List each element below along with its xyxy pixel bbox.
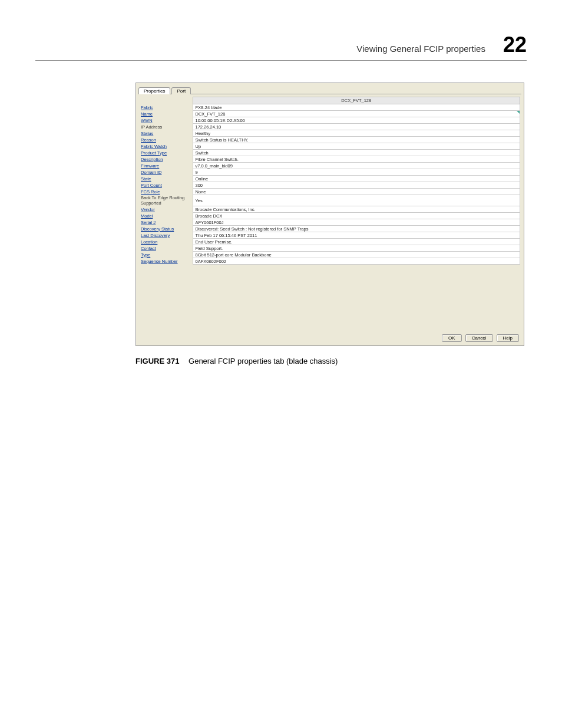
value-column-header[interactable]: DCX_FVT_128 [193, 97, 520, 104]
property-value: Yes [193, 195, 520, 206]
cancel-button[interactable]: Cancel [465, 334, 493, 342]
property-label[interactable]: Vendor [140, 206, 193, 213]
tab-bar: Properties Port [138, 87, 521, 94]
property-label[interactable]: Contact [140, 245, 193, 252]
property-row: Discovery StatusDiscovered: Seed Switch … [140, 226, 520, 232]
property-row: Domain ID9 [140, 169, 520, 176]
property-value: End User Premise. [193, 239, 520, 245]
header-title: Viewing General FCIP properties [356, 44, 485, 54]
figure-label: FIGURE 371 [135, 357, 179, 365]
property-label[interactable]: WWN [140, 117, 193, 124]
property-row: NameDCX_FVT_128 [140, 111, 520, 117]
blank-area [140, 265, 520, 330]
figure-text: General FCIP properties tab (blade chass… [189, 357, 338, 365]
property-value: Fibre Channel Switch. [193, 156, 520, 163]
property-label[interactable]: State [140, 176, 193, 182]
tab-content: DCX_FVT_128 FabricFX8-24 bladeNameDCX_FV… [138, 94, 521, 331]
property-value: AFY0601F00J [193, 219, 520, 226]
property-row: Last DiscoveryThu Feb 17 06:15:46 PST 20… [140, 232, 520, 239]
ok-button[interactable]: OK [442, 334, 462, 342]
property-value: Brocade Communications, Inc. [193, 206, 520, 213]
header-divider [35, 60, 527, 61]
property-value: 172.26.24.10 [193, 124, 520, 130]
property-row: Serial #AFY0601F00J [140, 219, 520, 226]
property-value: 0AFX0602F002 [193, 258, 520, 265]
tab-port[interactable]: Port [171, 87, 191, 94]
property-value: Brocade DCX [193, 213, 520, 219]
property-row: DescriptionFibre Channel Switch. [140, 156, 520, 163]
property-label[interactable]: Serial # [140, 219, 193, 226]
property-label[interactable]: Sequence Number [140, 258, 193, 265]
property-value: Thu Feb 17 06:15:46 PST 2011 [193, 232, 520, 239]
property-label: IP Address [140, 124, 193, 130]
property-value: Online [193, 176, 520, 182]
property-value[interactable]: DCX_FVT_128 [193, 111, 520, 117]
property-value: FX8-24 blade [193, 104, 520, 111]
property-label[interactable]: Name [140, 111, 193, 117]
property-row: Fabric WatchUp [140, 143, 520, 150]
page-header: Viewing General FCIP properties 22 [356, 32, 527, 57]
property-value: 300 [193, 182, 520, 189]
property-label[interactable]: Port Count [140, 182, 193, 189]
property-label[interactable]: Firmware [140, 163, 193, 169]
property-value: Healthy [193, 130, 520, 137]
property-row: StatusHealthy [140, 130, 520, 137]
property-value: 9 [193, 169, 520, 176]
property-row: ModelBrocade DCX [140, 213, 520, 219]
property-label[interactable]: FCS Role [140, 189, 193, 195]
property-label[interactable]: Reason [140, 137, 193, 143]
property-row: Port Count300 [140, 182, 520, 189]
property-label[interactable]: Product Type [140, 150, 193, 156]
property-row: FabricFX8-24 blade [140, 104, 520, 111]
property-value: Switch Status is HEALTHY. [193, 137, 520, 143]
property-row: LocationEnd User Premise. [140, 239, 520, 245]
property-row: Sequence Number0AFX0602F002 [140, 258, 520, 265]
property-value: 10:00:00:05:1E:D2:A5:00 [193, 117, 520, 124]
property-value: Discovered: Seed Switch : Not registered… [193, 226, 520, 232]
property-row: ContactField Support. [140, 245, 520, 252]
button-bar: OK Cancel Help [138, 331, 521, 343]
property-label[interactable]: Type [140, 252, 193, 258]
property-row: VendorBrocade Communications, Inc. [140, 206, 520, 213]
property-value: None [193, 189, 520, 195]
property-label[interactable]: Description [140, 156, 193, 163]
property-label[interactable]: Model [140, 213, 193, 219]
property-label[interactable]: Fabric [140, 104, 193, 111]
property-row: Type8Gbit 512-port core Modular Backbone [140, 252, 520, 258]
property-label[interactable]: Last Discovery [140, 232, 193, 239]
property-row: WWN10:00:00:05:1E:D2:A5:00 [140, 117, 520, 124]
property-value: 8Gbit 512-port core Modular Backbone [193, 252, 520, 258]
property-row: Product TypeSwitch [140, 150, 520, 156]
property-value: Up [193, 143, 520, 150]
chapter-number: 22 [503, 32, 527, 57]
property-row: FCS RoleNone [140, 189, 520, 195]
property-row: Firmwarev7.0.0_main_bld09 [140, 163, 520, 169]
help-button[interactable]: Help [497, 334, 519, 342]
property-label[interactable]: Domain ID [140, 169, 193, 176]
property-value: v7.0.0_main_bld09 [193, 163, 520, 169]
property-label[interactable]: Status [140, 130, 193, 137]
property-value: Field Support. [193, 245, 520, 252]
properties-table: DCX_FVT_128 FabricFX8-24 bladeNameDCX_FV… [140, 97, 520, 265]
property-row: IP Address172.26.24.10 [140, 124, 520, 130]
property-label[interactable]: Discovery Status [140, 226, 193, 232]
label-column-header [140, 97, 193, 104]
property-label: Back To Edge Routing Supported [140, 195, 193, 206]
edit-indicator-icon [517, 111, 520, 114]
figure-caption: FIGURE 371 General FCIP properties tab (… [135, 357, 338, 365]
property-row: ReasonSwitch Status is HEALTHY. [140, 137, 520, 143]
property-label[interactable]: Location [140, 239, 193, 245]
properties-dialog: Properties Port DCX_FVT_128 FabricFX8-24… [135, 83, 524, 346]
property-row: Back To Edge Routing SupportedYes [140, 195, 520, 206]
property-row: StateOnline [140, 176, 520, 182]
property-value: Switch [193, 150, 520, 156]
tab-properties[interactable]: Properties [138, 87, 170, 94]
property-label[interactable]: Fabric Watch [140, 143, 193, 150]
